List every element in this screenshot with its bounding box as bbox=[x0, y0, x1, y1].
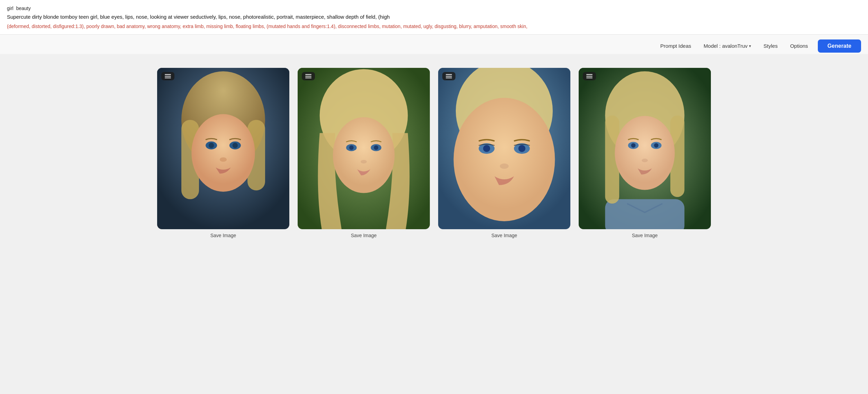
svg-point-31 bbox=[615, 116, 675, 190]
images-grid: Save Image bbox=[157, 68, 711, 238]
image-menu-button-4[interactable] bbox=[583, 72, 596, 80]
menu-lines-icon-3 bbox=[446, 74, 452, 78]
image-card-4: Save Image bbox=[579, 68, 711, 238]
svg-point-8 bbox=[233, 143, 238, 148]
prompt-area: girl beauty Supercute dirty blonde tombo… bbox=[0, 0, 868, 35]
options-button[interactable]: Options bbox=[787, 41, 811, 51]
svg-point-4 bbox=[191, 114, 255, 191]
portrait-svg-4 bbox=[579, 68, 711, 229]
svg-point-35 bbox=[654, 143, 659, 148]
svg-point-7 bbox=[209, 143, 214, 148]
svg-point-9 bbox=[220, 157, 227, 162]
prompt-tags: girl beauty bbox=[7, 6, 861, 11]
image-wrapper-4 bbox=[579, 68, 711, 229]
svg-point-23 bbox=[483, 145, 490, 152]
menu-lines-icon-1 bbox=[165, 74, 171, 78]
prompt-negative-text: (deformed, distorted, disfigured:1.3), p… bbox=[7, 23, 861, 30]
image-placeholder-1 bbox=[157, 68, 289, 229]
save-image-label-2[interactable]: Save Image bbox=[351, 233, 377, 238]
model-label: Model : avalonTruv bbox=[704, 43, 748, 49]
image-menu-button-3[interactable] bbox=[442, 72, 455, 80]
image-wrapper-1 bbox=[157, 68, 289, 229]
chevron-down-icon: ▾ bbox=[749, 44, 751, 48]
image-card-1: Save Image bbox=[157, 68, 289, 238]
save-image-label-3[interactable]: Save Image bbox=[491, 233, 517, 238]
svg-point-34 bbox=[631, 143, 636, 148]
svg-rect-27 bbox=[605, 199, 684, 229]
svg-point-20 bbox=[454, 98, 555, 221]
svg-point-16 bbox=[374, 145, 378, 150]
image-wrapper-3 bbox=[438, 68, 570, 229]
tag-girl: girl bbox=[7, 6, 13, 11]
save-image-label-1[interactable]: Save Image bbox=[210, 233, 236, 238]
prompt-positive-text: Supercute dirty blonde tomboy teen girl,… bbox=[7, 13, 861, 21]
image-placeholder-3 bbox=[438, 68, 570, 229]
image-card-3: Save Image bbox=[438, 68, 570, 238]
image-placeholder-2 bbox=[298, 68, 430, 229]
image-menu-button-2[interactable] bbox=[302, 72, 315, 80]
tag-beauty: beauty bbox=[16, 6, 31, 11]
toolbar: Prompt Ideas Model : avalonTruv ▾ Styles… bbox=[0, 35, 868, 54]
generate-button[interactable]: Generate bbox=[818, 39, 861, 53]
portrait-svg-2 bbox=[298, 68, 430, 229]
image-placeholder-4 bbox=[579, 68, 711, 229]
save-image-label-4[interactable]: Save Image bbox=[632, 233, 658, 238]
images-section: Save Image bbox=[0, 54, 868, 259]
svg-point-15 bbox=[349, 145, 354, 150]
model-selector-button[interactable]: Model : avalonTruv ▾ bbox=[701, 41, 754, 51]
prompt-ideas-button[interactable]: Prompt Ideas bbox=[658, 41, 694, 51]
image-menu-button-1[interactable] bbox=[161, 72, 174, 80]
menu-lines-icon-4 bbox=[586, 74, 593, 78]
svg-point-25 bbox=[500, 163, 508, 169]
styles-button[interactable]: Styles bbox=[761, 41, 780, 51]
image-card-2: Save Image bbox=[298, 68, 430, 238]
svg-point-17 bbox=[361, 160, 367, 163]
svg-point-36 bbox=[642, 159, 648, 162]
svg-point-12 bbox=[333, 117, 395, 193]
svg-point-24 bbox=[518, 145, 525, 152]
portrait-svg-3 bbox=[438, 68, 570, 229]
image-wrapper-2 bbox=[298, 68, 430, 229]
menu-lines-icon-2 bbox=[305, 74, 311, 78]
portrait-svg-1 bbox=[157, 68, 289, 229]
